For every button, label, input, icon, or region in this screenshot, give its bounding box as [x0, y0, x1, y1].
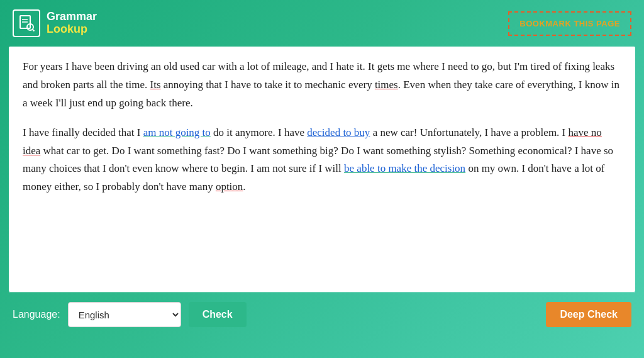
- paragraph-2: I have finally decided that I am not goi…: [23, 124, 621, 197]
- error-its: Its: [150, 79, 161, 91]
- svg-line-4: [33, 30, 35, 31]
- error-option: option: [216, 181, 243, 193]
- language-label: Language:: [13, 309, 60, 320]
- phrase-be-able: be able to make the decision: [344, 162, 465, 174]
- phrase-decided-to-buy: decided to buy: [307, 126, 370, 138]
- text-editor[interactable]: For years I have been driving an old use…: [9, 47, 635, 292]
- language-select[interactable]: English Spanish French German: [68, 302, 181, 327]
- paragraph-1: For years I have been driving an old use…: [23, 58, 621, 113]
- check-button[interactable]: Check: [189, 302, 247, 327]
- logo-text: Grammar Lookup: [47, 11, 97, 36]
- header: Grammar Lookup BOOKMARK THIS PAGE: [0, 0, 644, 47]
- logo-icon: [13, 9, 40, 37]
- logo-lookup: Lookup: [47, 23, 97, 36]
- deep-check-button[interactable]: Deep Check: [546, 302, 631, 327]
- phrase-am-not-going-to: am not going to: [143, 126, 211, 138]
- logo-area: Grammar Lookup: [13, 9, 97, 37]
- bottom-bar: Language: English Spanish French German …: [0, 293, 644, 337]
- bookmark-button[interactable]: BOOKMARK THIS PAGE: [508, 11, 631, 36]
- error-times: times: [375, 79, 398, 91]
- logo-grammar: Grammar: [47, 11, 97, 23]
